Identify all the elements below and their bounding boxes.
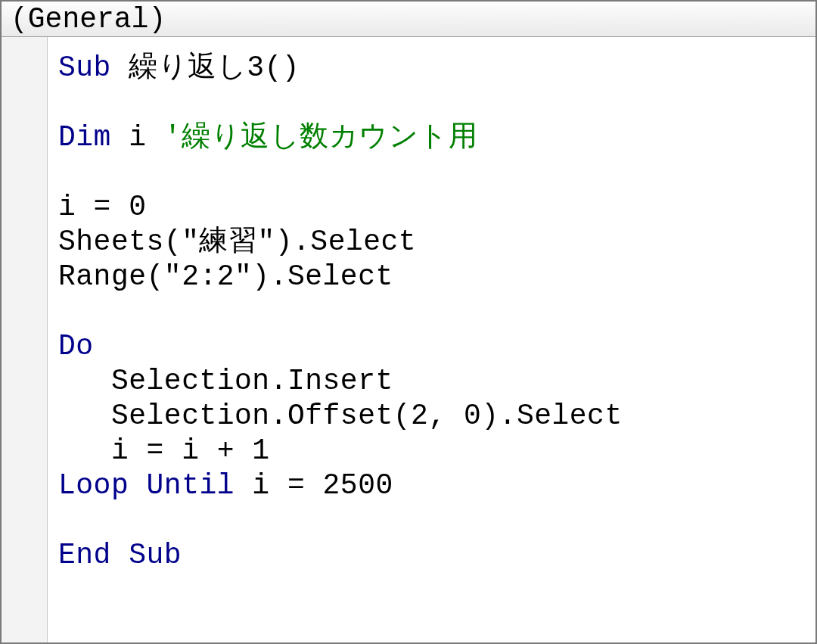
comment: '繰り返し数カウント用 [164,121,477,154]
object-dropdown-label: (General) [11,3,166,36]
code-line: Selection.Offset(2, 0).Select [58,400,623,432]
sub-name: 繰り返し3() [111,51,300,84]
object-dropdown[interactable]: (General) [2,2,815,36]
keyword-do: Do [58,330,94,362]
keyword-loop: Loop Until [58,469,235,502]
code-line: i = 0 [58,191,147,223]
code-editor[interactable]: Sub 繰り返し3() Dim i '繰り返し数カウント用 i = 0 Shee… [48,37,815,642]
dim-var: i [111,121,164,154]
indicator-margin [2,37,48,642]
object-dropdown-bar: (General) [2,2,815,37]
code-line: Selection.Insert [58,365,393,397]
code-line: Sheets("練習").Select [58,226,416,258]
editor-area: Sub 繰り返し3() Dim i '繰り返し数カウント用 i = 0 Shee… [2,37,815,642]
keyword-dim: Dim [58,121,111,154]
vba-code-window: (General) Sub 繰り返し3() Dim i '繰り返し数カウント用 … [0,0,817,644]
keyword-endsub: End Sub [58,539,182,571]
loop-condition: i = 2500 [235,469,393,502]
code-line: i = i + 1 [58,434,270,467]
code-line: Range("2:2").Select [58,260,393,293]
keyword-sub: Sub [58,51,111,84]
